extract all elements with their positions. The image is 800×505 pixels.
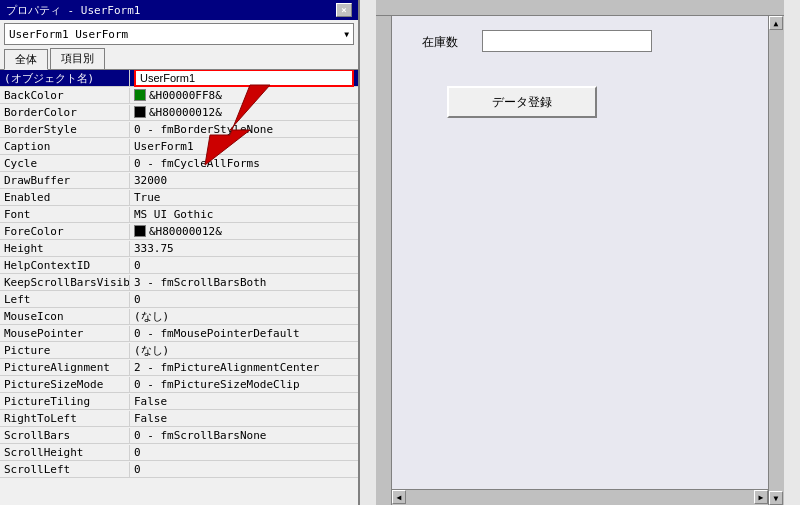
- prop-value-mouseicon: (なし): [130, 308, 358, 325]
- prop-value-picturesizemode: 0 - fmPictureSizeModeClip: [130, 377, 358, 392]
- prop-value-picturetiling: False: [130, 394, 358, 409]
- prop-value-mousepointer: 0 - fmMousePointerDefault: [130, 326, 358, 341]
- prop-name-enabled: Enabled: [0, 190, 130, 205]
- prop-name-forecolor: ForeColor: [0, 224, 130, 239]
- prop-row-left[interactable]: Left 0: [0, 291, 358, 308]
- prop-value-font: MS UI Gothic: [130, 207, 358, 222]
- prop-row-scrollbars[interactable]: ScrollBars 0 - fmScrollBarsNone: [0, 427, 358, 444]
- prop-row-mousepointer[interactable]: MousePointer 0 - fmMousePointerDefault: [0, 325, 358, 342]
- prop-name-keepscrollbars: KeepScrollBarsVisible: [0, 275, 130, 290]
- title-bar-text: プロパティ - UserForm1: [6, 3, 140, 18]
- prop-value-objectname: [130, 70, 358, 88]
- prop-row-picturealignment[interactable]: PictureAlignment 2 - fmPictureAlignmentC…: [0, 359, 358, 376]
- properties-table: (オブジェクト名) BackColor &H00000FF8& BorderCo…: [0, 70, 358, 505]
- prop-value-scrollheight: 0: [130, 445, 358, 460]
- prop-value-picture: (なし): [130, 342, 358, 359]
- prop-value-helpcontextid: 0: [130, 258, 358, 273]
- prop-value-keepscrollbars: 3 - fmScrollBarsBoth: [130, 275, 358, 290]
- object-selector[interactable]: UserForm1 UserForm ▼: [4, 23, 354, 45]
- prop-row-caption[interactable]: Caption UserForm1: [0, 138, 358, 155]
- prop-value-backcolor: &H00000FF8&: [130, 88, 358, 103]
- prop-value-righttoleft: False: [130, 411, 358, 426]
- tabs-container: 全体 項目別: [0, 48, 358, 70]
- prop-name-bordercolor: BorderColor: [0, 105, 130, 120]
- prop-name-borderstyle: BorderStyle: [0, 122, 130, 137]
- close-button[interactable]: ×: [336, 3, 352, 17]
- prop-name-mouseicon: MouseIcon: [0, 309, 130, 324]
- prop-name-drawbuffer: DrawBuffer: [0, 173, 130, 188]
- prop-row-height[interactable]: Height 333.75: [0, 240, 358, 257]
- prop-row-bordercolor[interactable]: BorderColor &H80000012&: [0, 104, 358, 121]
- object-selector-text: UserForm1 UserForm: [9, 28, 128, 41]
- prop-name-picturesizemode: PictureSizeMode: [0, 377, 130, 392]
- prop-row-scrollheight[interactable]: ScrollHeight 0: [0, 444, 358, 461]
- prop-value-enabled: True: [130, 190, 358, 205]
- prop-value-scrollleft: 0: [130, 462, 358, 477]
- prop-name-caption: Caption: [0, 139, 130, 154]
- prop-row-backcolor[interactable]: BackColor &H00000FF8&: [0, 87, 358, 104]
- prop-name-scrollheight: ScrollHeight: [0, 445, 130, 460]
- prop-value-scrollbars: 0 - fmScrollBarsNone: [130, 428, 358, 443]
- prop-name-backcolor: BackColor: [0, 88, 130, 103]
- prop-row-scrollleft[interactable]: ScrollLeft 0: [0, 461, 358, 478]
- prop-name-scrollbars: ScrollBars: [0, 428, 130, 443]
- prop-row-enabled[interactable]: Enabled True: [0, 189, 358, 206]
- objectname-input[interactable]: [134, 70, 354, 87]
- prop-name-mousepointer: MousePointer: [0, 326, 130, 341]
- prop-name-scrollleft: ScrollLeft: [0, 462, 130, 477]
- tab-all[interactable]: 全体: [4, 49, 48, 70]
- prop-value-drawbuffer: 32000: [130, 173, 358, 188]
- prop-row-drawbuffer[interactable]: DrawBuffer 32000: [0, 172, 358, 189]
- prop-row-cycle[interactable]: Cycle 0 - fmCycleAllForms: [0, 155, 358, 172]
- scroll-down-btn[interactable]: ▼: [769, 491, 783, 505]
- prop-row-forecolor[interactable]: ForeColor &H80000012&: [0, 223, 358, 240]
- dropdown-arrow-icon: ▼: [344, 30, 349, 39]
- prop-row-borderstyle[interactable]: BorderStyle 0 - fmBorderStyleNone: [0, 121, 358, 138]
- prop-row-objectname[interactable]: (オブジェクト名): [0, 70, 358, 87]
- scroll-right-btn[interactable]: ▶: [754, 490, 768, 504]
- prop-row-helpcontextid[interactable]: HelpContextID 0: [0, 257, 358, 274]
- data-register-button[interactable]: データ登録: [447, 86, 597, 118]
- prop-name-picturealignment: PictureAlignment: [0, 360, 130, 375]
- zaiko-input-box[interactable]: [482, 30, 652, 52]
- prop-row-keepscrollbars[interactable]: KeepScrollBarsVisible 3 - fmScrollBarsBo…: [0, 274, 358, 291]
- prop-row-picturesizemode[interactable]: PictureSizeMode 0 - fmPictureSizeModeCli…: [0, 376, 358, 393]
- v-scrollbar[interactable]: ▲ ▼: [768, 16, 784, 505]
- prop-value-cycle: 0 - fmCycleAllForms: [130, 156, 358, 171]
- prop-value-borderstyle: 0 - fmBorderStyleNone: [130, 122, 358, 137]
- prop-row-picturetiling[interactable]: PictureTiling False: [0, 393, 358, 410]
- prop-name-font: Font: [0, 207, 130, 222]
- forecolor-swatch: [134, 225, 146, 237]
- properties-panel: プロパティ - UserForm1 × UserForm1 UserForm ▼…: [0, 0, 360, 505]
- prop-row-font[interactable]: Font MS UI Gothic: [0, 206, 358, 223]
- form-preview: 在庫数 データ登録 ▲ ▼ ◀ ▶: [360, 0, 800, 505]
- prop-name-cycle: Cycle: [0, 156, 130, 171]
- form-canvas: 在庫数 データ登録 ▲ ▼ ◀ ▶: [360, 0, 800, 505]
- prop-name-height: Height: [0, 241, 130, 256]
- prop-name-picturetiling: PictureTiling: [0, 394, 130, 409]
- prop-value-left: 0: [130, 292, 358, 307]
- tab-items[interactable]: 項目別: [50, 48, 105, 69]
- title-bar: プロパティ - UserForm1 ×: [0, 0, 358, 20]
- prop-value-caption: UserForm1: [130, 139, 358, 154]
- prop-row-mouseicon[interactable]: MouseIcon (なし): [0, 308, 358, 325]
- bordercolor-swatch: [134, 106, 146, 118]
- zaiko-label: 在庫数: [422, 34, 458, 51]
- prop-row-righttoleft[interactable]: RightToLeft False: [0, 410, 358, 427]
- prop-name-picture: Picture: [0, 343, 130, 358]
- prop-value-forecolor: &H80000012&: [130, 224, 358, 239]
- prop-row-picture[interactable]: Picture (なし): [0, 342, 358, 359]
- prop-name-left: Left: [0, 292, 130, 307]
- prop-name-helpcontextid: HelpContextID: [0, 258, 130, 273]
- h-scrollbar[interactable]: ◀ ▶: [392, 489, 768, 505]
- prop-name-objectname: (オブジェクト名): [0, 70, 130, 87]
- prop-value-picturealignment: 2 - fmPictureAlignmentCenter: [130, 360, 358, 375]
- prop-value-height: 333.75: [130, 241, 358, 256]
- backcolor-swatch: [134, 89, 146, 101]
- prop-value-bordercolor: &H80000012&: [130, 105, 358, 120]
- scroll-left-btn[interactable]: ◀: [392, 490, 406, 504]
- prop-name-righttoleft: RightToLeft: [0, 411, 130, 426]
- scroll-up-btn[interactable]: ▲: [769, 16, 783, 30]
